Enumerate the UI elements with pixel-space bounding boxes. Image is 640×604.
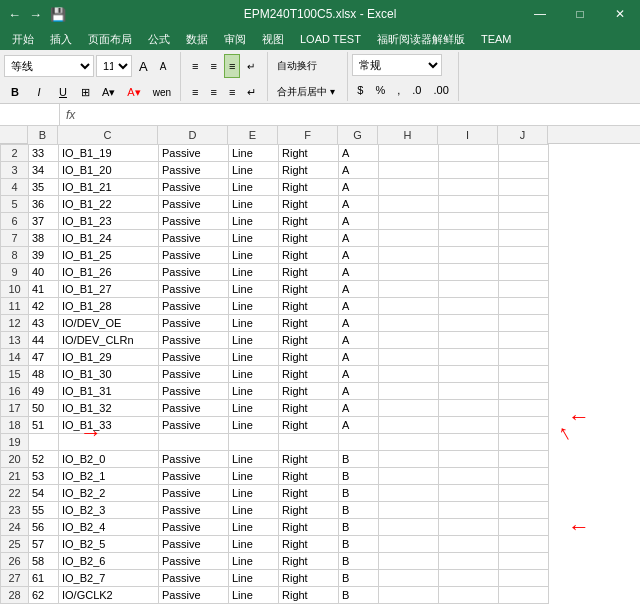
cell-j[interactable] (499, 196, 549, 213)
cell-c[interactable]: IO_B2_4 (59, 519, 159, 536)
cell-f[interactable]: Right (279, 213, 339, 230)
cell-f[interactable]: Right (279, 502, 339, 519)
align-top-center-btn[interactable]: ≡ (205, 54, 221, 78)
cell-b[interactable]: 33 (29, 145, 59, 162)
cell-d[interactable]: Passive (159, 451, 229, 468)
cell-e[interactable]: Line (229, 145, 279, 162)
save-icon[interactable]: 💾 (50, 7, 66, 22)
cell-g[interactable]: A (339, 162, 379, 179)
cell-f[interactable] (279, 434, 339, 451)
menu-formula[interactable]: 公式 (140, 28, 178, 50)
cell-d[interactable]: Passive (159, 502, 229, 519)
cell-f[interactable]: Right (279, 519, 339, 536)
cell-e[interactable]: Line (229, 536, 279, 553)
cell-e[interactable]: Line (229, 264, 279, 281)
cell-b[interactable]: 43 (29, 315, 59, 332)
cell-i[interactable] (439, 196, 499, 213)
cell-d[interactable]: Passive (159, 400, 229, 417)
cell-h[interactable] (379, 332, 439, 349)
cell-b[interactable]: 56 (29, 519, 59, 536)
cell-j[interactable] (499, 247, 549, 264)
menu-page-layout[interactable]: 页面布局 (80, 28, 140, 50)
cell-h[interactable] (379, 434, 439, 451)
maximize-button[interactable]: □ (560, 0, 600, 28)
cell-e[interactable]: Line (229, 485, 279, 502)
cell-e[interactable]: Line (229, 400, 279, 417)
cell-j[interactable] (499, 332, 549, 349)
cell-f[interactable]: Right (279, 451, 339, 468)
cell-e[interactable]: Line (229, 570, 279, 587)
cell-d[interactable]: Passive (159, 366, 229, 383)
cell-g[interactable]: B (339, 536, 379, 553)
align-bottom-left-btn[interactable]: ≡ (187, 80, 203, 104)
cell-i[interactable] (439, 451, 499, 468)
cell-c[interactable]: IO_B1_21 (59, 179, 159, 196)
cell-c[interactable] (59, 434, 159, 451)
menu-view[interactable]: 视图 (254, 28, 292, 50)
cell-c[interactable]: IO_B1_26 (59, 264, 159, 281)
cell-e[interactable]: Line (229, 553, 279, 570)
cell-g[interactable]: B (339, 485, 379, 502)
cell-e[interactable]: Line (229, 519, 279, 536)
cell-j[interactable] (499, 179, 549, 196)
cell-c[interactable]: IO_B2_3 (59, 502, 159, 519)
align-top-left-btn[interactable]: ≡ (187, 54, 203, 78)
cell-c[interactable]: IO_B2_1 (59, 468, 159, 485)
cell-g[interactable]: B (339, 553, 379, 570)
cell-i[interactable] (439, 400, 499, 417)
cell-f[interactable]: Right (279, 383, 339, 400)
cell-b[interactable]: 36 (29, 196, 59, 213)
wrap-text-btn[interactable]: ↵ (242, 54, 260, 78)
increase-font-btn[interactable]: A (134, 54, 153, 78)
cell-f[interactable]: Right (279, 366, 339, 383)
cell-d[interactable]: Passive (159, 179, 229, 196)
cell-h[interactable] (379, 349, 439, 366)
cell-f[interactable]: Right (279, 298, 339, 315)
cell-c[interactable]: IO_B1_24 (59, 230, 159, 247)
cell-f[interactable]: Right (279, 315, 339, 332)
cell-h[interactable] (379, 230, 439, 247)
cell-c[interactable]: IO_B1_31 (59, 383, 159, 400)
font-name-select[interactable]: 等线 (4, 55, 94, 77)
cell-h[interactable] (379, 383, 439, 400)
cell-d[interactable]: Passive (159, 145, 229, 162)
cell-d[interactable]: Passive (159, 332, 229, 349)
cell-g[interactable]: B (339, 502, 379, 519)
cell-e[interactable]: Line (229, 213, 279, 230)
cell-g[interactable]: A (339, 179, 379, 196)
cell-b[interactable]: 61 (29, 570, 59, 587)
cell-f[interactable]: Right (279, 332, 339, 349)
cell-j[interactable] (499, 145, 549, 162)
fill-color-btn[interactable]: A▾ (97, 80, 120, 104)
cell-e[interactable]: Line (229, 383, 279, 400)
cell-i[interactable] (439, 553, 499, 570)
cell-i[interactable] (439, 230, 499, 247)
cell-f[interactable]: Right (279, 417, 339, 434)
cell-i[interactable] (439, 298, 499, 315)
increase-decimal-btn[interactable]: .00 (428, 78, 453, 102)
cell-e[interactable]: Line (229, 451, 279, 468)
cell-g[interactable]: A (339, 230, 379, 247)
cell-g[interactable]: A (339, 145, 379, 162)
cell-g[interactable]: A (339, 383, 379, 400)
align-bottom-center-btn[interactable]: ≡ (205, 80, 221, 104)
cell-h[interactable] (379, 519, 439, 536)
cell-b[interactable]: 44 (29, 332, 59, 349)
cell-g[interactable]: A (339, 298, 379, 315)
cell-f[interactable]: Right (279, 553, 339, 570)
cell-d[interactable]: Passive (159, 213, 229, 230)
cell-b[interactable]: 53 (29, 468, 59, 485)
cell-f[interactable]: Right (279, 485, 339, 502)
cell-b[interactable]: 48 (29, 366, 59, 383)
cell-h[interactable] (379, 145, 439, 162)
cell-j[interactable] (499, 264, 549, 281)
cell-b[interactable]: 39 (29, 247, 59, 264)
cell-b[interactable]: 55 (29, 502, 59, 519)
col-header-c[interactable]: C (58, 126, 158, 144)
cell-j[interactable] (499, 349, 549, 366)
cell-b[interactable]: 54 (29, 485, 59, 502)
cell-c[interactable]: IO_B1_27 (59, 281, 159, 298)
font-size-select[interactable]: 11 (96, 55, 132, 77)
cell-d[interactable]: Passive (159, 264, 229, 281)
cell-f[interactable]: Right (279, 281, 339, 298)
